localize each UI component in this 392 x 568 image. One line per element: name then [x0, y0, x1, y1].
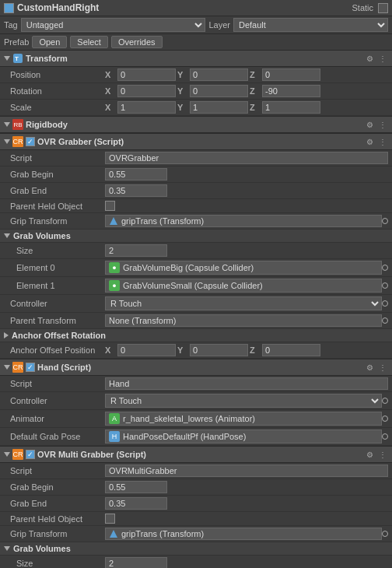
grip-transform-dot[interactable] — [382, 218, 388, 224]
ovr-multi-grabber-header[interactable]: CR OVR Multi Grabber (Script) ⚙ ⋮ — [0, 447, 392, 463]
grab-begin-row: Grab Begin — [0, 167, 392, 183]
hand-script-ref: Hand — [105, 377, 388, 390]
grip-transform-value: gripTrans (Transform) — [121, 216, 204, 226]
parent-held-row: Parent Held Object — [0, 199, 392, 213]
static-checkbox[interactable] — [378, 3, 388, 13]
hand-controller-row: Controller R Touch — [0, 392, 392, 410]
hand-controller-select[interactable]: R Touch — [105, 394, 382, 408]
scale-z-input[interactable] — [262, 101, 320, 114]
multi-grip-transform-ref: gripTrans (Transform) — [105, 528, 382, 540]
ovr-multi-grabber-component: CR OVR Multi Grabber (Script) ⚙ ⋮ Script… — [0, 447, 392, 568]
element1-dot[interactable] — [382, 282, 388, 289]
rotation-y-input[interactable] — [190, 85, 248, 97]
default-grab-pose-ref: H HandPoseDefaultPf (HandPose) — [105, 430, 382, 444]
element0-dot[interactable] — [382, 265, 388, 271]
rigidbody-header[interactable]: RB Rigidbody ⚙ ⋮ — [0, 117, 392, 133]
transform-settings-icon[interactable]: ⚙ — [365, 54, 375, 64]
parent-transform-row: Parent Transform None (Transform) — [0, 313, 392, 329]
prefab-label: Prefab — [4, 37, 29, 47]
rot-x-label: X — [105, 86, 116, 96]
scale-y-input[interactable] — [190, 101, 248, 114]
position-y-input[interactable] — [190, 68, 248, 81]
rigidbody-header-icons: ⚙ ⋮ — [365, 120, 388, 130]
default-grab-pose-dot[interactable] — [382, 433, 388, 440]
tag-label: Tag — [4, 20, 18, 30]
position-label: Position — [4, 70, 105, 79]
grab-volumes-element0-value: GrabVolumeBig (Capsule Collider) — [123, 263, 254, 272]
transform-menu-icon[interactable]: ⋮ — [377, 54, 388, 64]
svg-text:T: T — [15, 55, 19, 62]
ovr-multi-grabber-settings-icon[interactable]: ⚙ — [365, 450, 375, 460]
scale-x-input[interactable] — [117, 101, 176, 114]
anchor-offset-rot-label: Anchor Offset Rotation — [12, 331, 106, 340]
grab-volumes-foldout[interactable]: Grab Volumes — [0, 230, 392, 243]
multi-parent-held-checkbox[interactable] — [105, 514, 115, 524]
controller-select[interactable]: R Touch — [105, 296, 382, 310]
multi-grip-transform-icon — [109, 529, 118, 538]
transform-component: T Transform ⚙ ⋮ Position X Y Z — [0, 51, 392, 117]
hand-script-menu-icon[interactable]: ⋮ — [377, 363, 388, 373]
hand-script-enabled[interactable] — [26, 363, 35, 372]
ovr-grabber-header[interactable]: CR OVR Grabber (Script) ⚙ ⋮ — [0, 134, 392, 150]
rot-z-label: Z — [250, 86, 261, 96]
multi-grab-end-input[interactable] — [105, 497, 167, 510]
ovr-grabber-menu-icon[interactable]: ⋮ — [377, 137, 388, 147]
default-grab-pose-row: Default Grab Pose H HandPoseDefaultPf (H… — [0, 428, 392, 446]
grab-volumes-size-input[interactable] — [105, 244, 167, 257]
hand-script-header-icons: ⚙ ⋮ — [365, 363, 388, 373]
overrides-button[interactable]: Overrides — [111, 36, 163, 48]
anchor-x-label: X — [105, 345, 116, 355]
object-active-checkbox[interactable] — [4, 3, 14, 13]
rotation-x-input[interactable] — [117, 85, 176, 97]
open-button[interactable]: Open — [32, 36, 67, 48]
layer-select[interactable]: Default — [233, 18, 388, 32]
anchor-z-input[interactable] — [262, 344, 320, 356]
ovr-grabber-script-value: OVRGrabber — [109, 153, 159, 163]
hand-controller-dot[interactable] — [382, 398, 388, 404]
anchor-z-label: Z — [250, 345, 261, 355]
animator-icon: A — [109, 413, 120, 424]
ovr-grabber-foldout-icon — [4, 139, 10, 144]
animator-dot[interactable] — [382, 415, 388, 422]
multi-grab-volumes-foldout[interactable]: Grab Volumes — [0, 542, 392, 556]
hand-script-settings-icon[interactable]: ⚙ — [365, 363, 375, 373]
grab-end-input[interactable] — [105, 184, 167, 197]
rotation-z-input[interactable] — [262, 85, 320, 97]
ovr-multi-grabber-menu-icon[interactable]: ⋮ — [377, 450, 388, 460]
select-button[interactable]: Select — [70, 36, 108, 48]
rotation-xyz: X Y Z — [105, 85, 388, 97]
layer-label: Layer — [208, 20, 230, 30]
hand-script-foldout-icon — [4, 365, 10, 370]
hand-script-component: CR Hand (Script) ⚙ ⋮ Script Hand Control… — [0, 359, 392, 447]
anchor-y-input[interactable] — [190, 344, 248, 356]
anchor-offset-pos-xyz: X Y Z — [105, 344, 388, 356]
ovr-grabber-script-ref: OVRGrabber — [105, 152, 388, 164]
anchor-offset-rot-foldout[interactable]: Anchor Offset Rotation — [0, 329, 392, 342]
parent-held-checkbox[interactable] — [105, 201, 115, 211]
multi-parent-held-label: Parent Held Object — [4, 514, 105, 524]
position-x-input[interactable] — [117, 68, 176, 81]
grab-begin-input[interactable] — [105, 168, 167, 181]
multi-size-input[interactable] — [105, 557, 167, 568]
multi-grab-begin-input[interactable] — [105, 481, 167, 493]
transform-header[interactable]: T Transform ⚙ ⋮ — [0, 51, 392, 67]
multi-grip-transform-dot[interactable] — [382, 531, 388, 537]
ovr-multi-grabber-enabled[interactable] — [26, 450, 35, 459]
ovr-grabber-settings-icon[interactable]: ⚙ — [365, 137, 375, 147]
anchor-offset-pos-label: Anchor Offset Position — [4, 345, 105, 355]
ovr-grabber-enabled[interactable] — [26, 137, 35, 146]
anchor-x-input[interactable] — [117, 344, 176, 356]
grip-transform-icon — [109, 216, 118, 226]
default-grab-pose-value: HandPoseDefaultPf (HandPose) — [123, 432, 246, 441]
parent-transform-value: None (Transform) — [109, 316, 176, 325]
controller-dot[interactable] — [382, 300, 388, 307]
default-grab-pose-icon: H — [109, 431, 120, 442]
rigidbody-settings-icon[interactable]: ⚙ — [365, 120, 375, 130]
hand-script-header[interactable]: CR Hand (Script) ⚙ ⋮ — [0, 359, 392, 376]
pos-y-label: Y — [177, 70, 188, 79]
tag-select[interactable]: Untagged — [21, 18, 206, 32]
grip-transform-row: Grip Transform gripTrans (Transform) — [0, 213, 392, 230]
rigidbody-menu-icon[interactable]: ⋮ — [377, 120, 388, 130]
parent-transform-dot[interactable] — [382, 317, 388, 324]
position-z-input[interactable] — [262, 68, 320, 81]
